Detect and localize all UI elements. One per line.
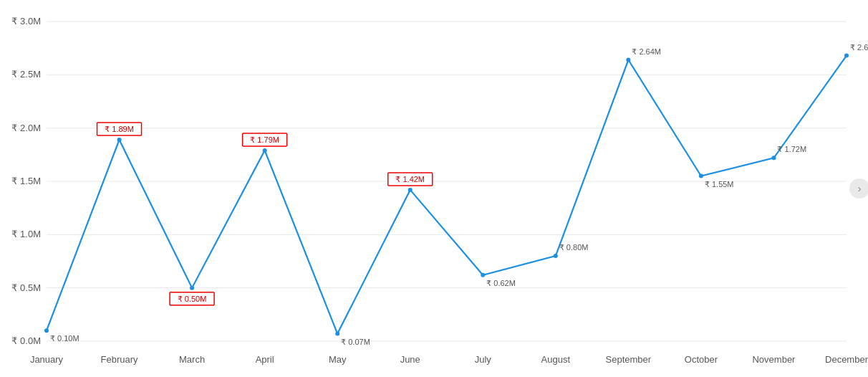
svg-text:₹ 0.0M: ₹ 0.0M <box>11 335 41 346</box>
svg-text:June: June <box>400 354 420 365</box>
svg-text:January: January <box>30 354 64 365</box>
svg-text:November: November <box>752 354 796 365</box>
svg-point-31 <box>190 286 194 290</box>
svg-point-28 <box>117 138 122 142</box>
chart-container: ₹ 0.0M₹ 0.5M₹ 1.0M₹ 1.5M₹ 2.0M₹ 2.5M₹ 3.… <box>0 0 868 377</box>
svg-point-39 <box>408 188 413 192</box>
svg-text:₹ 0.5M: ₹ 0.5M <box>11 282 41 293</box>
svg-text:₹ 1.89M: ₹ 1.89M <box>105 125 134 133</box>
svg-text:₹ 2.64M: ₹ 2.64M <box>632 47 661 56</box>
svg-text:July: July <box>475 354 492 365</box>
svg-text:May: May <box>329 354 347 365</box>
svg-point-44 <box>554 254 558 258</box>
svg-point-26 <box>44 328 49 333</box>
svg-text:₹ 1.79M: ₹ 1.79M <box>250 135 279 144</box>
svg-text:₹ 2.68M: ₹ 2.68M <box>850 43 868 52</box>
svg-text:₹ 0.50M: ₹ 0.50M <box>178 295 207 303</box>
svg-point-37 <box>335 332 339 336</box>
svg-point-42 <box>481 273 485 277</box>
svg-text:₹ 1.0M: ₹ 1.0M <box>11 229 41 239</box>
svg-point-34 <box>263 148 267 153</box>
svg-text:April: April <box>256 354 274 365</box>
svg-text:₹ 3.0M: ₹ 3.0M <box>11 16 41 27</box>
svg-text:₹ 0.80M: ₹ 0.80M <box>559 243 589 252</box>
svg-text:›: › <box>858 183 862 194</box>
svg-text:₹ 2.0M: ₹ 2.0M <box>11 123 41 133</box>
svg-text:₹ 0.10M: ₹ 0.10M <box>50 334 79 343</box>
svg-text:₹ 0.07M: ₹ 0.07M <box>341 338 370 346</box>
svg-text:₹ 1.55M: ₹ 1.55M <box>705 180 734 188</box>
svg-point-48 <box>699 174 703 178</box>
svg-text:₹ 1.42M: ₹ 1.42M <box>395 175 425 183</box>
svg-point-50 <box>771 156 776 160</box>
svg-text:August: August <box>541 354 571 365</box>
svg-text:December: December <box>825 354 868 365</box>
svg-text:February: February <box>101 354 139 365</box>
svg-text:March: March <box>179 354 205 365</box>
svg-text:₹ 1.72M: ₹ 1.72M <box>777 145 806 153</box>
svg-text:September: September <box>606 354 652 365</box>
svg-text:₹ 1.5M: ₹ 1.5M <box>11 176 41 186</box>
svg-point-46 <box>626 58 630 62</box>
svg-point-52 <box>844 54 849 58</box>
svg-text:₹ 2.5M: ₹ 2.5M <box>11 69 41 80</box>
line-chart: ₹ 0.0M₹ 0.5M₹ 1.0M₹ 1.5M₹ 2.0M₹ 2.5M₹ 3.… <box>0 0 868 377</box>
svg-text:October: October <box>685 354 718 365</box>
svg-text:₹ 0.62M: ₹ 0.62M <box>486 279 516 287</box>
